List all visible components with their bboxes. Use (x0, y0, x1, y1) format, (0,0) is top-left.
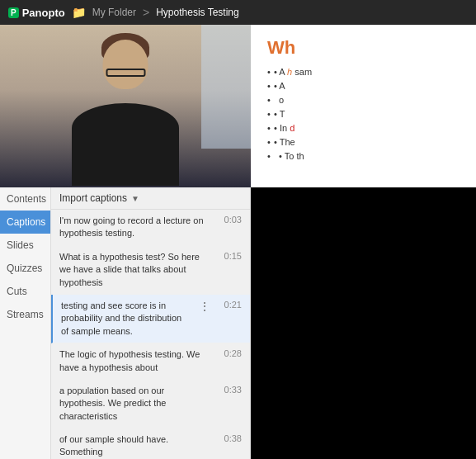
slide-bullet-1: • A h sam (267, 67, 468, 77)
playback-area: ⏸ ↺ 0:20 ❮ ✂ + ••• Previ (251, 187, 476, 459)
caption-text-6: of our sample should have. Something (59, 433, 212, 459)
slide-bullet-4: • T (267, 109, 468, 119)
slide-bullet-5: • In d (267, 123, 468, 133)
sidebar-item-cuts[interactable]: Cuts (0, 280, 50, 303)
breadcrumb-separator-2: > (143, 6, 149, 19)
slide-bullets: • A h sam • A o • T • In d • The • To th (267, 67, 468, 161)
slide-bullet-3: o (267, 95, 468, 105)
sidebar: Contents Captions Slides Quizzes Cuts St… (0, 187, 51, 459)
caption-time-1: 0:03 (219, 215, 242, 240)
panopto-logo-icon: P (8, 7, 19, 18)
nav-cuts-label: Cuts (7, 286, 27, 297)
caption-item-1[interactable]: I'm now going to record a lecture on hyp… (51, 210, 250, 246)
top-bar: P Panopto 📁 My Folder > Hypothesis Testi… (0, 0, 476, 25)
nav-contents-label: Contents (7, 193, 46, 205)
caption-text-3: testing and see score is in probability … (61, 300, 191, 338)
breadcrumb-folder[interactable]: My Folder (92, 7, 136, 18)
captions-import-button[interactable]: Import captions ▼ (51, 187, 250, 210)
nav-streams-label: Streams (7, 309, 44, 320)
sidebar-item-quizzes[interactable]: Quizzes (0, 257, 50, 280)
caption-item-2[interactable]: What is a hypothesis test? So here we ha… (51, 246, 250, 295)
caption-text-5: a population based on our hypothesis. We… (59, 385, 212, 423)
sidebar-item-captions[interactable]: Captions (0, 211, 50, 234)
caption-time-4: 0:28 (219, 348, 242, 374)
caption-time-6: 0:38 (219, 433, 242, 459)
background-window (201, 25, 251, 149)
video-panel (0, 25, 251, 187)
caption-item-6[interactable]: of our sample should have. Something 0:3… (51, 428, 250, 459)
sidebar-item-slides[interactable]: Slides (0, 234, 50, 257)
slide-panel: Wh • A h sam • A o • T • In d • The • To… (251, 25, 476, 187)
nav-quizzes-label: Quizzes (7, 263, 42, 274)
slide-content: Wh • A h sam • A o • T • In d • The • To… (251, 25, 476, 187)
slide-bullet-7: • To th (267, 151, 468, 161)
video-feed (0, 25, 251, 187)
slide-bullet-6: • The (267, 137, 468, 147)
person-head (103, 40, 148, 89)
person-body (72, 103, 179, 186)
chevron-down-icon: ▼ (131, 194, 139, 203)
captions-list: I'm now going to record a lecture on hyp… (51, 210, 250, 459)
caption-time-2: 0:15 (219, 251, 242, 289)
caption-item-4[interactable]: The logic of hypothesis testing. We have… (51, 343, 250, 380)
nav-slides-label: Slides (7, 239, 34, 251)
content-wrapper: Contents Captions Slides Quizzes Cuts St… (0, 187, 476, 459)
caption-menu-icon-3[interactable]: ⋮ (197, 300, 212, 338)
page-title: Hypothesis Testing (156, 7, 239, 18)
person-glasses (106, 69, 145, 77)
nav-captions-label: Captions (7, 216, 45, 228)
caption-text-4: The logic of hypothesis testing. We have… (59, 348, 212, 374)
breadcrumb-separator-1: 📁 (72, 6, 86, 19)
folder-name: My Folder (92, 7, 136, 18)
import-captions-label: Import captions (59, 192, 127, 204)
logo: P Panopto (8, 7, 65, 19)
main-area: Wh • A h sam • A o • T • In d • The • To… (0, 25, 476, 187)
captions-wrapper: Import captions ▼ I'm now going to recor… (51, 187, 251, 459)
app-name: Panopto (22, 7, 65, 19)
caption-item-5[interactable]: a population based on our hypothesis. We… (51, 380, 250, 428)
sidebar-item-contents[interactable]: Contents (0, 187, 50, 211)
slide-bullet-2: • A (267, 81, 468, 91)
slide-title: Wh (267, 37, 468, 59)
person-background (0, 25, 251, 187)
sidebar-item-streams[interactable]: Streams (0, 303, 50, 326)
player-video[interactable] (251, 187, 476, 459)
caption-text-2: What is a hypothesis test? So here we ha… (59, 251, 212, 289)
caption-item-3[interactable]: testing and see score is in probability … (51, 295, 250, 343)
caption-text-1: I'm now going to record a lecture on hyp… (59, 215, 212, 240)
caption-time-5: 0:33 (219, 385, 242, 423)
caption-time-3: 0:21 (219, 300, 242, 338)
